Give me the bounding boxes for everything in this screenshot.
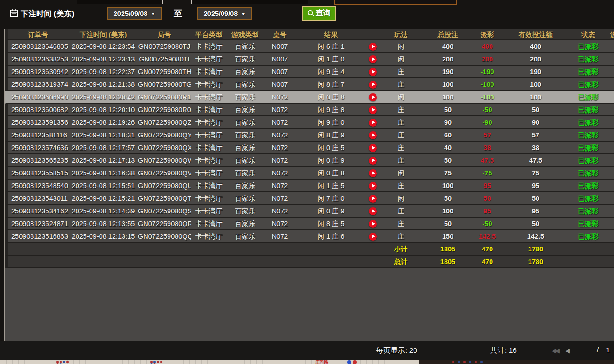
play-video-button[interactable] bbox=[369, 169, 377, 177]
background-roadmap-strip: 庄问路 bbox=[0, 360, 614, 364]
play_type-cell: 庄 bbox=[380, 78, 422, 90]
status-cell: 已派彩 bbox=[571, 192, 606, 204]
platform-cell: 卡卡湾厅 bbox=[191, 180, 227, 191]
time-cell: 2025-09-08 12:20:42 bbox=[69, 91, 138, 103]
play-cell bbox=[365, 40, 380, 52]
subtotal-row-play bbox=[365, 243, 380, 255]
valid_bet-cell: 190 bbox=[500, 66, 571, 77]
result-cell: 闲 8 庄 9 bbox=[297, 129, 365, 141]
total_bet-cell: 90 bbox=[422, 116, 474, 128]
time-cell: 2025-09-08 12:14:39 bbox=[69, 205, 138, 217]
status-cell: 已派彩 bbox=[571, 53, 606, 65]
play-cell bbox=[365, 53, 380, 65]
play-video-button[interactable] bbox=[369, 182, 377, 190]
table-row[interactable]: 2509081235913562025-09-08 12:19:26GN0722… bbox=[5, 116, 614, 129]
play_type-cell: 庄 bbox=[380, 142, 422, 153]
table-row[interactable]: 2509081235430112025-09-08 12:15:21GN0722… bbox=[5, 192, 614, 205]
result-cell: 闲 9 庄 0 bbox=[297, 116, 365, 128]
table-row[interactable]: 2509081236069902025-09-08 12:20:42GN0722… bbox=[5, 91, 614, 104]
play-video-button[interactable] bbox=[369, 157, 377, 165]
result-cell: 闲 0 庄 9 bbox=[297, 154, 365, 166]
payout-cell: -50 bbox=[474, 104, 500, 115]
table-row[interactable]: 2509081235341622025-09-08 12:14:39GN0722… bbox=[5, 205, 614, 218]
table_no-cell: N072 bbox=[263, 192, 297, 204]
table-empty-area bbox=[5, 268, 614, 341]
total_bet-cell: 40 bbox=[422, 142, 474, 153]
table-row[interactable]: 2509081235248712025-09-08 12:13:55GN0722… bbox=[5, 218, 614, 230]
valid_bet-cell: 50 bbox=[500, 192, 571, 204]
table_no-cell: N072 bbox=[263, 167, 297, 179]
column-header-extra: 游 bbox=[606, 29, 614, 39]
table-row[interactable]: 2509081236006822025-09-08 12:20:10GN0722… bbox=[5, 104, 614, 116]
column-header-time: 下注时间 (美东) bbox=[69, 29, 138, 39]
page-count: 1 bbox=[606, 346, 610, 354]
query-button[interactable]: 查询 bbox=[302, 6, 336, 21]
extra-cell bbox=[606, 66, 614, 77]
date-from-picker[interactable]: 2025/09/08▼ bbox=[107, 7, 162, 20]
subtotal-row-total_bet: 1805 bbox=[422, 243, 474, 255]
payout-cell: 38 bbox=[474, 142, 500, 153]
play-video-button[interactable] bbox=[369, 68, 377, 76]
total_bet-cell: 200 bbox=[422, 53, 474, 65]
footer-divider bbox=[464, 341, 464, 360]
order-cell: 250908123591356 bbox=[8, 116, 69, 128]
play-video-button[interactable] bbox=[369, 233, 377, 241]
date-to-picker[interactable]: 2025/09/08▼ bbox=[197, 7, 252, 20]
table-row[interactable]: 2509081235746362025-09-08 12:17:57GN0722… bbox=[5, 142, 614, 154]
play-video-button[interactable] bbox=[369, 144, 377, 152]
table-row[interactable]: 2509081235485402025-09-08 12:15:51GN0722… bbox=[5, 180, 614, 192]
game-cell: 百家乐 bbox=[227, 53, 263, 65]
platform-cell: 卡卡湾厅 bbox=[191, 53, 227, 65]
prev-page-icon[interactable]: ◀ bbox=[565, 347, 568, 354]
grand-total-row-table_no bbox=[263, 256, 297, 267]
play-video-button[interactable] bbox=[369, 131, 377, 139]
extra-cell bbox=[606, 167, 614, 179]
table_no-cell: N007 bbox=[263, 40, 297, 52]
round-cell: GN007259080TI bbox=[138, 53, 191, 65]
platform-cell: 卡卡湾厅 bbox=[191, 129, 227, 141]
play-video-button[interactable] bbox=[369, 220, 377, 228]
table_no-cell: N072 bbox=[263, 205, 297, 217]
dropdown-arrow-icon: ▼ bbox=[151, 11, 155, 16]
play-video-button[interactable] bbox=[369, 106, 377, 114]
play-video-button[interactable] bbox=[369, 119, 377, 127]
table-row[interactable]: 2509081235811162025-09-08 12:18:31GN0722… bbox=[5, 129, 614, 142]
table_no-cell: N072 bbox=[263, 129, 297, 141]
play_type-cell: 闲 bbox=[380, 53, 422, 65]
total_bet-cell: 100 bbox=[422, 205, 474, 217]
table-row[interactable]: 2509081236193742025-09-08 12:21:38GN0072… bbox=[5, 78, 614, 91]
column-header-round: 局号 bbox=[138, 29, 191, 39]
total_bet-cell: 60 bbox=[422, 129, 474, 141]
play_type-cell: 闲 bbox=[380, 167, 422, 179]
play-video-button[interactable] bbox=[369, 93, 377, 101]
first-page-icon[interactable]: ◀◀ bbox=[552, 347, 558, 354]
play-video-button[interactable] bbox=[369, 195, 377, 203]
game-cell: 百家乐 bbox=[227, 129, 263, 141]
column-header-total_bet: 总投注 bbox=[422, 29, 474, 39]
table-row[interactable]: 2509081236382532025-09-08 12:23:13GN0072… bbox=[5, 53, 614, 66]
valid_bet-cell: 200 bbox=[500, 53, 571, 65]
play-video-button[interactable] bbox=[369, 81, 377, 89]
valid_bet-cell: 90 bbox=[500, 116, 571, 128]
valid_bet-cell: 47.5 bbox=[500, 154, 571, 166]
order-cell: 250908123558515 bbox=[8, 167, 69, 179]
table-row[interactable]: 2509081236468052025-09-08 12:23:54GN0072… bbox=[5, 40, 614, 53]
table-row[interactable]: 2509081235652352025-09-08 12:17:13GN0722… bbox=[5, 154, 614, 167]
subtotal-row-valid_bet: 1780 bbox=[500, 243, 571, 255]
play_type-cell: 闲 bbox=[380, 192, 422, 204]
table-row[interactable]: 2509081235585152025-09-08 12:16:38GN0722… bbox=[5, 167, 614, 180]
table-row[interactable]: 2509081236309422025-09-08 12:22:37GN0072… bbox=[5, 66, 614, 78]
result-cell: 闲 1 庄 6 bbox=[297, 230, 365, 242]
table-row[interactable]: 2509081235168632025-09-08 12:13:15GN0722… bbox=[5, 230, 614, 243]
subtotal-row-status bbox=[571, 243, 606, 255]
total_bet-cell: 150 bbox=[422, 230, 474, 242]
game-cell: 百家乐 bbox=[227, 192, 263, 204]
play-video-button[interactable] bbox=[369, 207, 377, 215]
payout-cell: -190 bbox=[474, 66, 500, 77]
play-video-button[interactable] bbox=[369, 43, 377, 51]
play_type-cell: 闲 bbox=[380, 91, 422, 103]
play-video-button[interactable] bbox=[369, 55, 377, 63]
game-cell: 百家乐 bbox=[227, 167, 263, 179]
payout-cell: -50 bbox=[474, 218, 500, 229]
play_type-cell: 闲 bbox=[380, 40, 422, 52]
